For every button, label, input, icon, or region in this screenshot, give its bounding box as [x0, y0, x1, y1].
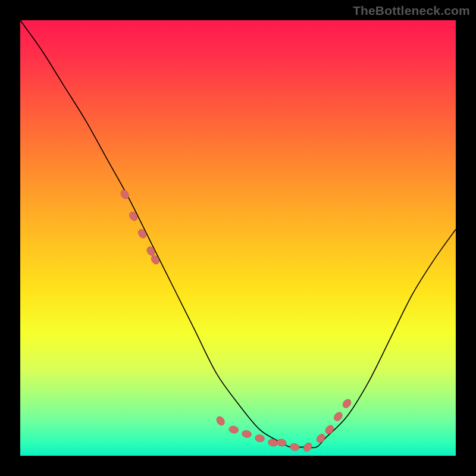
curve-marker — [289, 443, 300, 452]
curve-marker — [228, 425, 239, 434]
bottleneck-curve — [20, 20, 456, 447]
curve-marker — [302, 441, 313, 453]
curve-marker — [276, 439, 287, 447]
marker-group — [119, 189, 353, 453]
curve-marker — [333, 411, 344, 422]
chart-svg — [20, 20, 456, 456]
curve-marker — [324, 424, 335, 436]
plot-area — [20, 20, 456, 456]
curve-marker — [215, 415, 226, 427]
curve-marker — [145, 245, 156, 257]
curve-marker — [341, 397, 352, 409]
watermark-text: TheBottleneck.com — [353, 4, 470, 18]
curve-marker — [242, 430, 252, 439]
curve-marker — [315, 433, 326, 444]
curve-marker — [136, 228, 148, 240]
curve-marker — [255, 434, 265, 443]
chart-frame: TheBottleneck.com — [0, 0, 476, 476]
curve-marker — [128, 210, 139, 222]
curve-marker — [149, 254, 161, 266]
